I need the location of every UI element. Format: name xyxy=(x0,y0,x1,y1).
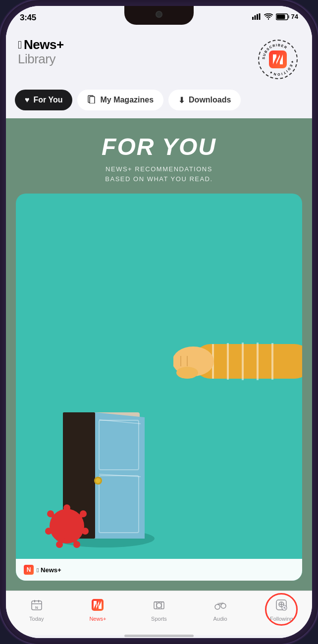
news-plus-footer-label:  News+ xyxy=(37,566,61,574)
main-content:  News+ Library xyxy=(6,33,312,591)
svg-line-31 xyxy=(78,530,84,531)
svg-point-54 xyxy=(157,603,161,608)
svg-rect-48 xyxy=(34,600,35,602)
app-title-line1:  News+ xyxy=(18,37,64,52)
tab-my-magazines[interactable]: My Magazines xyxy=(77,90,163,110)
download-icon: ⬇ xyxy=(178,96,185,105)
home-indicator xyxy=(6,635,312,638)
subscriber-badge: SUBSCRIBER ✦EDITION✦ xyxy=(256,37,300,82)
svg-text:N: N xyxy=(35,605,38,610)
battery-level: 74 xyxy=(291,13,298,20)
tab-sports[interactable]: Sports xyxy=(128,596,190,624)
app-title-area:  News+ Library xyxy=(18,37,64,67)
home-indicator-bar xyxy=(124,635,194,637)
audio-icon xyxy=(213,598,227,614)
tab-audio[interactable]: Audio xyxy=(190,596,251,624)
battery-icon: 74 xyxy=(276,13,298,20)
following-icon xyxy=(274,598,288,614)
tab-my-magazines-label: My Magazines xyxy=(100,96,154,104)
tab-following[interactable]: Following xyxy=(251,596,312,624)
camera-cutout xyxy=(156,11,162,18)
tab-bar: N Today xyxy=(6,591,312,635)
svg-rect-5 xyxy=(276,14,285,19)
svg-rect-49 xyxy=(38,600,39,602)
svg-point-20 xyxy=(96,478,101,483)
for-you-subtitle: NEWS+ RECOMMENDATIONS BASED ON WHAT YOU … xyxy=(16,164,302,184)
sports-label: Sports xyxy=(151,616,167,622)
svg-rect-2 xyxy=(257,14,258,20)
library-subtitle: Library xyxy=(18,51,64,67)
svg-rect-3 xyxy=(259,13,260,20)
svg-text:✦EDITION✦: ✦EDITION✦ xyxy=(268,60,294,76)
magazines-icon xyxy=(87,95,96,105)
today-label: Today xyxy=(29,616,44,622)
tab-for-you[interactable]: ♥ For You xyxy=(15,90,72,110)
svg-rect-6 xyxy=(288,15,289,18)
screen: 3:45 xyxy=(6,6,312,638)
notch xyxy=(124,6,194,25)
phone-frame: 3:45 xyxy=(0,0,318,644)
svg-point-44 xyxy=(176,367,198,379)
status-icons: 74 xyxy=(252,13,298,20)
for-you-section: FOR YOU NEWS+ RECOMMENDATIONS BASED ON W… xyxy=(6,118,312,591)
door-illustration-svg xyxy=(36,393,194,551)
svg-rect-50 xyxy=(32,603,42,604)
news-plus-title: News+ xyxy=(24,37,64,52)
following-label: Following xyxy=(270,616,293,622)
badge-text-container: SUBSCRIBER ✦EDITION✦ xyxy=(259,41,297,78)
news-plus-tab-label: News+ xyxy=(89,616,106,622)
magazine-illustration: N  News+ xyxy=(16,194,302,581)
wifi-icon xyxy=(264,13,273,20)
news-plus-footer-icon: N xyxy=(24,565,34,575)
svg-point-59 xyxy=(221,603,226,608)
tab-today[interactable]: N Today xyxy=(6,596,67,624)
apple-logo-icon:  xyxy=(18,40,22,50)
subscriber-badge-inner: SUBSCRIBER ✦EDITION✦ xyxy=(269,49,287,70)
tab-news-plus[interactable]: News+ xyxy=(67,596,129,624)
tab-downloads-label: Downloads xyxy=(189,96,231,104)
tab-for-you-label: For You xyxy=(34,96,63,104)
tab-downloads[interactable]: ⬇ Downloads xyxy=(168,90,241,110)
sports-icon xyxy=(152,598,166,614)
svg-rect-10 xyxy=(90,97,95,103)
signal-icon xyxy=(252,13,261,20)
audio-label: Audio xyxy=(213,616,227,622)
svg-line-32 xyxy=(73,538,76,543)
tabs-row: ♥ For You My Magazines ⬇ Downloads xyxy=(6,90,312,118)
today-icon: N xyxy=(30,598,44,614)
svg-rect-0 xyxy=(252,17,254,20)
status-time: 3:45 xyxy=(20,13,36,23)
svg-point-58 xyxy=(215,604,220,609)
svg-rect-1 xyxy=(254,15,256,20)
subscriber-badge-circle: SUBSCRIBER ✦EDITION✦ xyxy=(258,40,298,79)
news-plus-card-footer: N  News+ xyxy=(16,559,302,581)
status-bar: 3:45 xyxy=(6,6,312,33)
for-you-title: FOR YOU xyxy=(16,133,302,160)
svg-text:SUBSCRIBER: SUBSCRIBER xyxy=(262,43,288,59)
heart-icon: ♥ xyxy=(25,96,30,104)
magazine-card[interactable]: N  News+ xyxy=(16,194,302,581)
subscriber-text-svg: SUBSCRIBER ✦EDITION✦ xyxy=(259,41,297,78)
svg-line-33 xyxy=(60,538,63,543)
news-plus-tab-icon xyxy=(91,598,105,614)
pointing-hand-svg xyxy=(173,329,302,394)
app-header:  News+ Library xyxy=(6,33,312,90)
svg-line-34 xyxy=(50,530,55,531)
